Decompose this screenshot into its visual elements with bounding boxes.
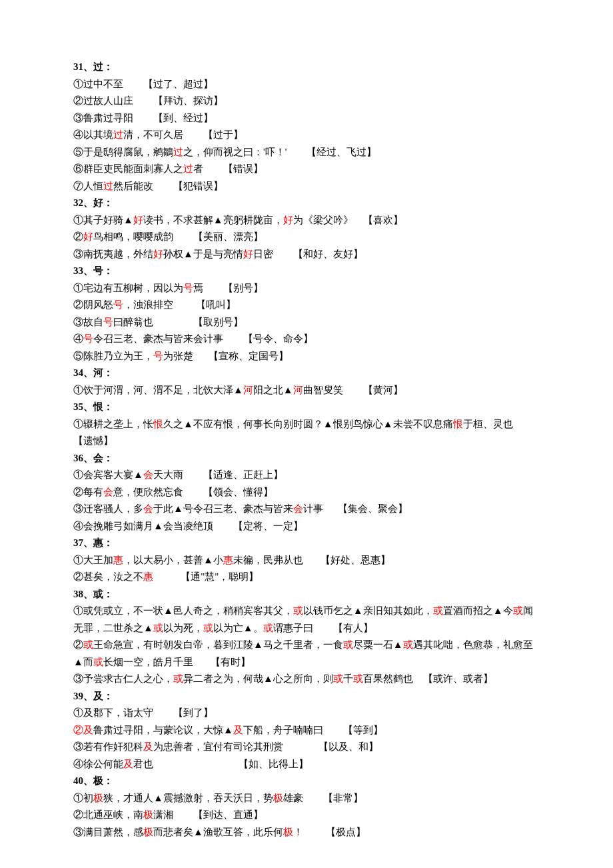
entry-line: ⑥群臣吏民能面刺寡人之过者 【错误】 bbox=[73, 161, 540, 178]
body-text: ⑤陈胜乃立为王， bbox=[73, 351, 153, 361]
body-text: ③若有作奸犯科 bbox=[73, 741, 143, 752]
body-text: ①其子好骑▲ bbox=[73, 215, 133, 225]
body-text: 雄豪 【非常】 bbox=[283, 793, 363, 803]
body-text: ③迁客骚人，多 bbox=[73, 503, 143, 514]
body-text: 千 bbox=[343, 673, 353, 684]
body-text: ②北通巫峡，南 bbox=[73, 809, 143, 820]
entry-line: ②或王命急宣，有时朝发白帝，暮到江陵▲马之千里者，一食或尽粟一石▲或遇其叱咄，色… bbox=[73, 637, 540, 671]
entry-line: ④徐公何能及君也 【如、比得上】 bbox=[73, 756, 540, 773]
highlight-text: 过 bbox=[103, 181, 113, 191]
entry-line: ③鲁肃过寻阳 【到、经过】 bbox=[73, 110, 540, 127]
entry-line: ①会宾客大宴▲会天大雨 【适逢、正赶上】 bbox=[73, 467, 540, 484]
body-text: 尽粟一石▲ bbox=[353, 639, 403, 650]
entry-line: ①及郡下，诣太守 【到了】 bbox=[73, 705, 540, 722]
entry-line: ②甚矣，汝之不惠 【通"慧"，聪明】 bbox=[73, 569, 540, 586]
body-text: 曰醉翁也 【取别号】 bbox=[113, 317, 243, 327]
entry-heading: 37、惠： bbox=[73, 535, 540, 552]
body-text: ①宅边有五柳树，因以为 bbox=[73, 283, 183, 293]
body-text: 为张楚 【宣称、定国号】 bbox=[163, 351, 289, 361]
entry-line: ①初极狭，才通人▲震撼激射，吞天沃日，势极雄豪 【非常】 bbox=[73, 790, 540, 807]
body-text: ①会宾客大宴▲ bbox=[73, 469, 143, 480]
entry-line: ④以其境过清，不可久居 【过于】 bbox=[73, 127, 540, 144]
highlight-text: 极 bbox=[273, 793, 283, 803]
highlight-text: 号 bbox=[153, 351, 163, 361]
highlight-text: 号 bbox=[113, 299, 123, 310]
entry-line: ③满目萧然，感极而悲者矣▲渔歌互答，此乐何极！ 【极点】 bbox=[73, 824, 540, 841]
entry-heading: 40、极： bbox=[73, 773, 540, 790]
body-text: 鸟相鸣，嘤嘤成韵 【美丽、漂亮】 bbox=[93, 231, 263, 242]
body-text: ②甚矣，汝之不 bbox=[73, 571, 143, 582]
entry-line: ⑦人恒过然后能改 【犯错误】 bbox=[73, 178, 540, 195]
body-text: 狭，才通人▲震撼激射，吞天沃日，势 bbox=[103, 793, 273, 803]
entry-heading: 32、好： bbox=[73, 195, 540, 212]
body-text: 谓惠子曰 【有人】 bbox=[273, 623, 373, 633]
highlight-text: 号 bbox=[103, 317, 113, 327]
body-text: 百果然鹤也 【或许、或者】 bbox=[363, 673, 493, 684]
highlight-text: 恨 bbox=[453, 419, 463, 429]
entry-line: ②北通巫峡，南极潇湘 【到达、直通】 bbox=[73, 807, 540, 824]
body-text: 置酒而招之▲今 bbox=[443, 605, 513, 616]
highlight-text: 及 bbox=[143, 741, 153, 752]
highlight-text: 或 bbox=[263, 623, 273, 633]
highlight-text: 会 bbox=[143, 469, 153, 480]
entry-heading: 38、或： bbox=[73, 586, 540, 603]
entry-line: ①辍耕之垄上，怅恨久之▲不应有恨，何事长向别时圆？▲恨别鸟惊心▲未尝不叹息痛恨于… bbox=[73, 416, 540, 450]
body-text: 者 【错误】 bbox=[193, 163, 263, 174]
highlight-text: 惠 bbox=[143, 571, 153, 582]
entry-heading: 31、过： bbox=[73, 59, 540, 76]
highlight-text: 或 bbox=[83, 639, 93, 650]
highlight-text: 恨 bbox=[153, 419, 163, 429]
body-text: ② bbox=[73, 639, 83, 650]
highlight-text: 会 bbox=[103, 487, 113, 497]
body-text: 计事 【集会、聚会】 bbox=[303, 503, 408, 514]
highlight-text: 或 bbox=[403, 639, 413, 650]
body-text: 王命急宣，有时朝发白帝，暮到江陵▲马之千里者，一食 bbox=[93, 639, 343, 650]
highlight-text: 会 bbox=[293, 503, 303, 514]
entry-line: ③故自号曰醉翁也 【取别号】 bbox=[73, 314, 540, 331]
body-text: 以钱币乞之▲亲旧知其如此， bbox=[303, 605, 433, 616]
body-text: 意，便欣然忘食 【领会、懂得】 bbox=[113, 487, 273, 497]
highlight-text: 好 bbox=[283, 215, 293, 225]
body-text: 以为死， bbox=[163, 623, 203, 633]
body-text: 而悲者矣▲渔歌互答，此乐何 bbox=[153, 827, 283, 837]
highlight-text: 极 bbox=[93, 793, 103, 803]
highlight-text: 或 bbox=[343, 639, 353, 650]
entry-line: ③迁客骚人，多会于此▲号令召三老、豪杰与皆来会计事 【集会、聚会】 bbox=[73, 501, 540, 518]
highlight-text: 好 bbox=[83, 231, 93, 242]
body-text: 令召三老、豪杰与皆来会计事 【号令、命令】 bbox=[93, 333, 313, 344]
body-text: ② bbox=[73, 231, 83, 242]
entry-heading: 35、恨： bbox=[73, 399, 540, 416]
entry-line: ⑤于是鸱得腐鼠，鹓鶵过之，仰而视之曰：'吓！' 【经过、飞过】 bbox=[73, 144, 540, 161]
body-text: ③南抚夷越，外结 bbox=[73, 249, 153, 259]
document-body: 31、过：①过中不至 【过了、超过】②过故人山庄 【拜访、探访】③鲁肃过寻阳 【… bbox=[73, 59, 540, 841]
body-text: ④以其境 bbox=[73, 129, 113, 140]
entry-line: ①或凭或立，不一状▲邑人奇之，稍稍宾客其父，或以钱币乞之▲亲旧知其如此，或置酒而… bbox=[73, 603, 540, 637]
body-text: 为忠善者，宜付有司论其刑赏 【以及、和】 bbox=[153, 741, 378, 752]
highlight-text: 或 bbox=[293, 605, 303, 616]
body-text: ②每有 bbox=[73, 487, 103, 497]
highlight-text: 极 bbox=[283, 827, 293, 837]
entry-heading: 36、会： bbox=[73, 450, 540, 467]
body-text: 然后能改 【犯错误】 bbox=[113, 181, 223, 191]
highlight-text: 过 bbox=[173, 147, 183, 157]
body-text: 于此▲号令召三老、豪杰与皆来 bbox=[153, 503, 293, 514]
entry-line: ④号令召三老、豪杰与皆来会计事 【号令、命令】 bbox=[73, 331, 540, 348]
body-text: ②过故人山庄 【拜访、探访】 bbox=[73, 95, 223, 106]
body-text: ①及郡下，诣太守 【到了】 bbox=[73, 707, 213, 718]
body-text: 未徧，民弗从也 【好处、恩惠】 bbox=[233, 555, 390, 565]
body-text: 日密 【和好、友好】 bbox=[253, 249, 363, 259]
highlight-text: ②及 bbox=[73, 725, 93, 735]
body-text: 焉 【别号】 bbox=[193, 283, 263, 293]
highlight-text: 极 bbox=[143, 827, 153, 837]
highlight-text: 及 bbox=[233, 725, 243, 735]
highlight-text: 或 bbox=[153, 623, 163, 633]
entry-line: ③南抚夷越，外结好孙权▲于是与亮情好日密 【和好、友好】 bbox=[73, 246, 540, 263]
highlight-text: 号 bbox=[183, 283, 193, 293]
entry-line: ②好鸟相鸣，嘤嘤成韵 【美丽、漂亮】 bbox=[73, 229, 540, 246]
body-text: ！ 【极点】 bbox=[293, 827, 366, 837]
body-text: ⑤于是鸱得腐鼠，鹓鶵 bbox=[73, 147, 173, 157]
entry-line: ①大王加惠，以大易小，甚善▲小惠未徧，民弗从也 【好处、恩惠】 bbox=[73, 552, 540, 569]
body-text: ，浊浪排空 【吼叫】 bbox=[123, 299, 236, 310]
body-text: 君也 【如、比得上】 bbox=[133, 759, 308, 769]
body-text: ⑥群臣吏民能面刺寡人之 bbox=[73, 163, 183, 174]
